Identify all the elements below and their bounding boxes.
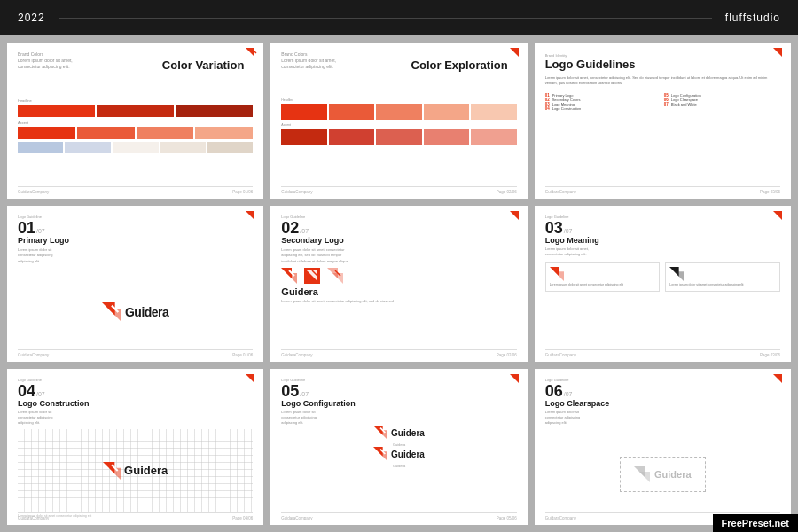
brand-label: fluffstudio [725,12,780,24]
slide2-desc2: consectetur adipiscing elit. [281,64,422,70]
slide8-config-logos: Guidera Guidera Guidera Guidera [281,426,516,468]
color-accent-2 [77,127,135,139]
color-red-dark [18,105,95,117]
slide9-total: /07 [564,391,573,397]
svg-marker-18 [773,211,782,220]
slide4-subtitle: Primary Logo [18,236,253,245]
slide8-subtitle: Logo Configuration [281,399,516,408]
slide4-num-area: 01 /07 [18,220,253,236]
slide5-variant-2 [304,268,320,284]
ce6 [281,129,326,145]
slide1-colors: Headline Accent [18,98,253,153]
slide4-category: Logo Guideline [18,215,253,219]
slide7-footer-line [18,512,253,513]
corner-arrow-icon-8 [510,374,522,387]
svg-marker-22 [675,271,685,281]
color-accent-4 [195,127,253,139]
slide9-subtitle: Logo Clearspace [545,399,780,408]
slide6-footer: GuidaraCompany Page 03/06 [545,353,780,357]
slide9-category: Logo Guideline [545,378,780,382]
slide3-list: 01 Primary Logo 02 Secondary Colors 03 L… [545,93,780,111]
meaning-icon-2 [669,267,684,281]
color-accent-1 [18,127,75,139]
slide6-footer-line [545,349,780,350]
svg-marker-29 [378,430,387,440]
slide2-label-2: Accent [281,123,516,127]
top-bar: 2022 fluffstudio [0,0,798,35]
config-icon-1 [373,426,387,440]
slide-logo-guidelines: Brand Identity Logo Guidelines Lorem ips… [535,43,791,199]
slide5-variant-3 [327,268,343,284]
svg-marker-25 [109,467,121,479]
slide6-num: 03 [545,220,563,236]
svg-marker-6 [108,309,121,322]
color-red-deep [176,105,253,117]
slide4-total: /07 [36,228,45,234]
slide8-num-area: 05 /07 [281,383,516,399]
slide2-brand: GuidaraCompany [281,190,312,194]
svg-marker-23 [246,374,254,383]
color-warm-3 [207,142,253,153]
svg-marker-2 [510,48,519,57]
slide1-desc1: Lorem ipsum dolor sit amet, [18,58,159,64]
config-text-1: Guidera [391,428,425,438]
slide-logo-meaning: Logo Guideline 03 /07 Logo Meaning Lorem… [535,206,791,362]
slide7-logo-text: Guidera [124,464,168,477]
slide1-footer-line [18,186,253,187]
top-bar-divider [59,18,712,19]
slide5-variants [281,268,516,284]
slide9-clearspace: Guidera [545,430,780,518]
slide2-desc1: Lorem ipsum dolor sit amet, [281,58,422,64]
svg-marker-36 [639,472,650,482]
slide3-footer: GuidaraCompany Page 03/06 [545,190,780,194]
config-logo-2: Guidera Guidera [281,447,516,468]
list-item-7: 07 Black and White [664,102,780,106]
slide8-num: 05 [281,383,299,399]
config-logo-1: Guidera Guidera [281,426,516,447]
slide9-desc: Lorem ipsum dolor sit consectetur adipis… [545,410,780,426]
slide-primary-logo: Logo Guideline 01 /07 Primary Logo Lorem… [7,206,263,362]
ce3 [376,104,421,120]
slide-logo-construction: Logo Guideline 04 /07 Logo Construction … [7,369,263,525]
svg-marker-10 [286,273,297,284]
slide9-num: 06 [545,383,563,399]
config-text-2: Guidera [391,450,425,459]
slide1-page: Page 01/06 [232,190,253,194]
slide5-subtitle: Secondary Logo [281,236,516,245]
slide3-body: Lorem ipsum dolor sit amet, consectetur … [545,75,780,86]
svg-marker-4 [246,211,254,220]
slide6-meaning-grid: Lorem ipsum dolor sit amet consectetur a… [545,262,780,292]
ce5 [471,104,516,120]
svg-marker-3 [773,48,782,57]
slide4-footer-line [18,349,253,350]
ce8 [376,129,421,145]
slide4-num: 01 [18,220,35,236]
list-col-1: 01 Primary Logo 02 Secondary Colors 03 L… [545,93,661,111]
ce9 [424,129,469,145]
slide7-num-area: 04 /07 [18,383,253,399]
color-blue-1 [18,142,63,153]
slide8-desc: Lorem ipsum dolor sit consectetur adipis… [281,410,516,426]
slide4-logo-area: Guidera [18,269,253,355]
color-warm-2 [160,142,206,153]
slide3-brand: GuidaraCompany [545,190,576,194]
corner-arrow-icon-3 [773,48,786,60]
ce2 [329,104,374,120]
slide5-num: 02 [281,220,299,236]
slide9-footer-line [545,512,780,513]
slide9-num-area: 06 /07 [545,383,780,399]
slide2-header: Brand Colors Lorem ipsum dolor sit amet,… [281,51,422,70]
slides-grid: Brand Colors Lorem ipsum dolor sit amet,… [0,35,798,532]
slide6-brand: GuidaraCompany [545,353,576,357]
slide7-subtitle: Logo Construction [18,399,253,408]
svg-marker-34 [773,374,782,383]
slide1-brand: GuidaraCompany [18,190,49,194]
corner-arrow-icon [246,48,258,60]
config-label-2: Guidera [393,464,405,468]
clearspace-box: Guidera [620,457,706,492]
slide8-footer-line [281,512,516,513]
item-num-4: 04 [545,106,550,111]
slide6-num-area: 03 /07 [545,220,780,236]
config-logo-mark-2: Guidera [373,447,425,461]
slide5-category: Logo Guideline [281,215,516,219]
